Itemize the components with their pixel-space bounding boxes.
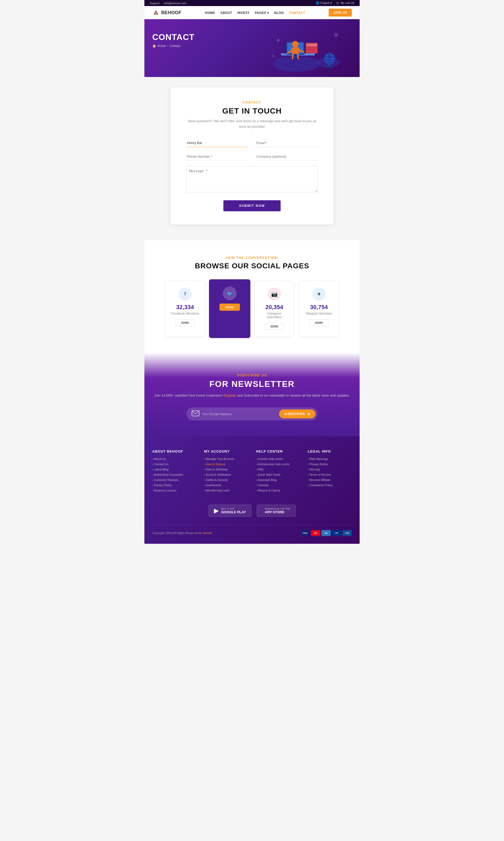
footer-how-to-withdraw[interactable]: › How to Withdraw bbox=[204, 468, 228, 471]
copyright-text: Copyright 2019.All Rights Reserved By be… bbox=[152, 531, 212, 535]
hero-section: CONTACT 🏠 Home › Contact bbox=[144, 19, 360, 77]
email-icon bbox=[192, 411, 199, 417]
instagram-count: 20,354 bbox=[260, 304, 288, 311]
store-buttons: ▶ GET IT ON GOOGLE PLAY DOWNLOAD ON THE … bbox=[152, 504, 352, 517]
footer-returns[interactable]: › Returns & Claims bbox=[256, 489, 280, 492]
nav-about[interactable]: ABOUT bbox=[220, 11, 232, 15]
instagram-label: Instagram Subcribers bbox=[260, 312, 288, 319]
breadcrumb: 🏠 Home › Contact bbox=[152, 44, 352, 48]
footer-how-to-deposit[interactable]: › How to Deposit bbox=[204, 463, 226, 466]
telegram-label: Telegram Members bbox=[305, 312, 333, 315]
nav-pages[interactable]: PAGES ▾ bbox=[255, 11, 269, 15]
contact-form-wrapper: CONTACT GET IN TOUCH Have questions? We … bbox=[144, 77, 360, 240]
navbar: BEHOOF HOME ABOUT INVEST PAGES ▾ BLOG CO… bbox=[144, 6, 360, 19]
footer-bottom: Copyright 2019.All Rights Reserved By be… bbox=[152, 525, 352, 536]
top-bar: Support info@behoof.com 🌐 English ▾ 🛒 My… bbox=[144, 0, 360, 6]
footer: ABOUT BEHOOF › About Us › Contact Us › L… bbox=[144, 436, 360, 544]
footer-authenticity[interactable]: › Authenticity Guarantee bbox=[152, 473, 183, 476]
submit-button[interactable]: SUBMIT NOW bbox=[223, 200, 281, 211]
newsletter-section: SUBSCRIBE US FOR NEWSLETTER Join 14,000+… bbox=[144, 353, 360, 436]
footer-become-affiliate[interactable]: › Become Affiliate bbox=[308, 478, 330, 481]
paypal-icon: PP bbox=[332, 530, 341, 536]
footer-customer-reviews[interactable]: › Customer Reviews bbox=[152, 478, 178, 481]
newsletter-form: SUBSCRIBE bbox=[186, 407, 318, 420]
footer-legal-heading: LEGAL INFO bbox=[308, 449, 352, 453]
nav-links: HOME ABOUT INVEST PAGES ▾ BLOG CONTACT bbox=[205, 10, 305, 15]
footer-terms[interactable]: › Terms of Service bbox=[308, 473, 331, 476]
email-label[interactable]: info@behoof.com bbox=[164, 2, 186, 5]
brand-link[interactable]: behoof bbox=[203, 531, 212, 535]
footer-latest-blog[interactable]: › Latest Blog bbox=[152, 468, 168, 471]
footer-help-heading: HELP CENTER bbox=[256, 449, 300, 453]
nav-invest[interactable]: INVEST bbox=[237, 11, 249, 15]
cart-label[interactable]: 🛒 My cart (0) bbox=[336, 1, 354, 5]
footer-safety-security[interactable]: › Safety & Security bbox=[204, 478, 228, 481]
google-play-button[interactable]: ▶ GET IT ON GOOGLE PLAY bbox=[209, 504, 251, 517]
social-card-twitter: 🐦 JOIN! bbox=[209, 279, 250, 338]
newsletter-section-label: SUBSCRIBE US bbox=[150, 374, 354, 377]
footer-tutorials[interactable]: › Tutorials bbox=[256, 484, 269, 487]
footer-privacy-notice[interactable]: › Privacy Notice bbox=[308, 463, 328, 466]
page-title: CONTACT bbox=[152, 32, 352, 42]
subscribe-button[interactable]: SUBSCRIBE bbox=[279, 410, 316, 418]
amex-icon: AE bbox=[322, 530, 331, 536]
logo[interactable]: BEHOOF bbox=[152, 9, 181, 16]
footer-grid: ABOUT BEHOOF › About Us › Contact Us › L… bbox=[152, 449, 352, 494]
language-selector[interactable]: 🌐 English ▾ bbox=[316, 1, 332, 5]
name-input[interactable] bbox=[186, 139, 248, 147]
svg-line-27 bbox=[192, 413, 194, 415]
telegram-join-button[interactable]: JOIN! bbox=[309, 319, 329, 326]
nav-contact[interactable]: CONTACT bbox=[289, 11, 305, 15]
visa-icon: VISA bbox=[301, 530, 310, 536]
nav-blog[interactable]: BLOG bbox=[274, 11, 284, 15]
footer-manage-account[interactable]: › Manage Your Account bbox=[204, 457, 234, 461]
footer-about-us[interactable]: › About Us bbox=[152, 457, 166, 461]
footer-contact-us[interactable]: › Contact Us bbox=[152, 463, 168, 466]
footer-investor-help[interactable]: › Investor help centre bbox=[256, 457, 283, 461]
twitter-join-button[interactable]: JOIN! bbox=[219, 304, 240, 311]
twitter-icon: 🐦 bbox=[223, 287, 237, 301]
footer-quick-start[interactable]: › Quick Start Guide bbox=[256, 473, 281, 476]
form-section-label: CONTACT bbox=[186, 101, 318, 104]
footer-faq[interactable]: › FAQ bbox=[256, 468, 264, 471]
social-section: JOIN THE CONVERSATION! BROWSE OUR SOCIAL… bbox=[144, 240, 360, 353]
footer-col-about: ABOUT BEHOOF › About Us › Contact Us › L… bbox=[152, 449, 196, 494]
email-input[interactable] bbox=[256, 139, 318, 147]
footer-investments[interactable]: › Investments bbox=[204, 484, 221, 487]
svg-point-2 bbox=[273, 56, 320, 72]
facebook-label: Facebook Members bbox=[171, 312, 199, 315]
message-input[interactable] bbox=[186, 166, 318, 192]
app-store-button[interactable]: DOWNLOAD ON THE APP STORE bbox=[257, 504, 296, 517]
register-link[interactable]: Register bbox=[224, 393, 236, 397]
footer-privacy[interactable]: › Privacy Policy bbox=[152, 484, 172, 487]
footer-entrepreneur-help[interactable]: › Entrepreneur help centre bbox=[256, 463, 290, 466]
footer-account-varification[interactable]: › Account Varification bbox=[204, 473, 231, 476]
footer-risk-warnings[interactable]: › Risk Warnings bbox=[308, 457, 328, 461]
footer-associate-blog[interactable]: › Associate Blog bbox=[256, 478, 277, 481]
instagram-icon: 📷 bbox=[268, 288, 281, 301]
social-section-label: JOIN THE CONVERSATION! bbox=[150, 256, 354, 260]
footer-security[interactable]: › Security bbox=[308, 468, 320, 471]
google-play-big-text: GOOGLE PLAY bbox=[221, 510, 246, 514]
join-button[interactable]: JOIN US bbox=[329, 9, 352, 17]
footer-business-license[interactable]: › Business License bbox=[152, 489, 176, 492]
facebook-icon: f bbox=[179, 288, 192, 301]
support-label[interactable]: Support bbox=[150, 2, 160, 5]
newsletter-email-input[interactable] bbox=[202, 412, 279, 416]
payment-icons: VISA MC AE PP JCB bbox=[301, 530, 352, 536]
instagram-join-button[interactable]: JOIN! bbox=[265, 323, 284, 330]
facebook-join-button[interactable]: JOIN! bbox=[175, 319, 195, 326]
footer-account-heading: MY ACCOUNT bbox=[204, 449, 248, 453]
footer-complaints[interactable]: › Complaints Policy bbox=[308, 484, 332, 487]
footer-membership-level[interactable]: › Membership Level bbox=[204, 489, 230, 492]
google-play-icon: ▶ bbox=[214, 507, 219, 514]
nav-home[interactable]: HOME bbox=[205, 11, 215, 15]
social-card-instagram: 📷 20,354 Instagram Subcribers JOIN! bbox=[255, 281, 294, 337]
google-play-small-text: GET IT ON bbox=[221, 508, 246, 510]
social-heading: BROWSE OUR SOCIAL PAGES bbox=[150, 262, 354, 270]
phone-input[interactable] bbox=[186, 152, 248, 161]
breadcrumb-home[interactable]: Home bbox=[158, 44, 166, 48]
company-input[interactable] bbox=[256, 152, 318, 161]
svg-line-14 bbox=[292, 54, 293, 58]
svg-rect-11 bbox=[291, 47, 299, 54]
